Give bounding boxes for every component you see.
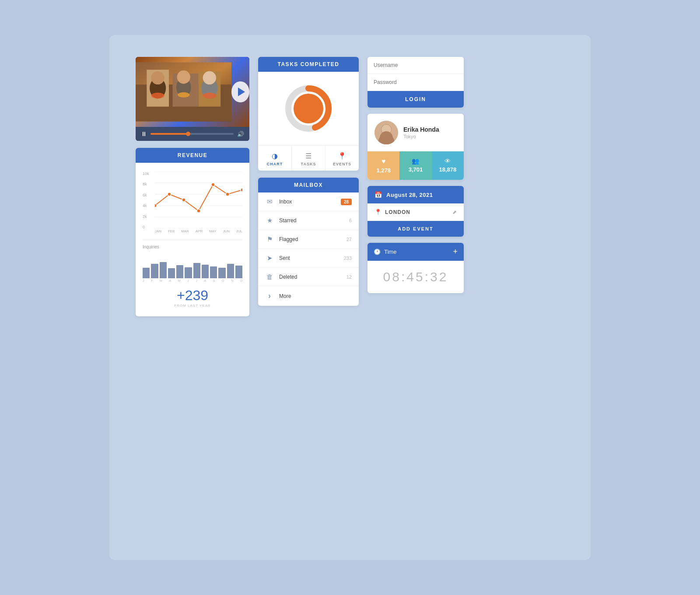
line-chart-svg-area [155, 172, 242, 228]
bar-item [176, 265, 183, 278]
progress-dot [186, 132, 190, 136]
bar-item [151, 264, 158, 278]
flagged-label: Flagged [279, 236, 341, 242]
tab-chart[interactable]: ◑ CHART [258, 146, 292, 171]
svg-point-33 [382, 125, 391, 134]
bar-item [227, 264, 234, 278]
username-input[interactable] [368, 57, 464, 74]
video-thumbnail [136, 57, 249, 127]
time-header: 🕐 Time + [368, 243, 464, 261]
starred-label: Starred [279, 217, 344, 224]
svg-point-13 [203, 93, 216, 99]
bar-chart-section: Inquiries [143, 240, 242, 282]
progress-fill [150, 133, 188, 135]
tasks-tab-bar: ◑ CHART ☰ TASKS 📍 EVENTS [258, 145, 359, 171]
sent-label: Sent [279, 255, 339, 261]
bar-item [160, 262, 167, 278]
tab-tasks[interactable]: ☰ TASKS [292, 146, 326, 171]
svg-point-8 [177, 70, 190, 84]
clock-icon: 🕐 [374, 248, 381, 255]
time-label: Time [384, 248, 396, 255]
revenue-sub-label: FROM LAST YEAR [143, 304, 242, 308]
location-icon: 📍 [374, 209, 382, 215]
inbox-icon: ✉ [265, 198, 274, 206]
flagged-icon: ⚑ [265, 235, 274, 243]
tasks-tab-icon: ☰ [305, 152, 312, 160]
location-edit-icon[interactable]: ⬈ [452, 209, 457, 215]
inbox-label: Inbox [279, 199, 336, 205]
volume-icon[interactable]: 🔊 [237, 131, 244, 137]
profile-name: Erika Honda [403, 126, 439, 133]
chart-tab-icon: ◑ [272, 152, 278, 160]
chart-tab-label: CHART [267, 162, 283, 166]
location-row: 📍 LONDON ⬈ [368, 203, 464, 221]
deleted-count: 12 [346, 274, 352, 280]
profile-info: Erika Honda Tokyo [403, 126, 439, 139]
mailbox-list: ✉ Inbox 28 ★ Starred 6 ⚑ Flagged 27 [258, 192, 359, 306]
video-controls: ⏸ 🔊 [136, 127, 249, 141]
time-display: 08:45:32 [368, 261, 464, 293]
bar-item [202, 265, 209, 278]
bar-chart [143, 252, 242, 278]
svg-point-22 [182, 198, 186, 202]
profile-stats: ♥ 1,278 👥 3,701 👁 18,878 [368, 151, 464, 180]
mailbox-item-sent[interactable]: ➤ Sent 233 [258, 249, 359, 268]
mailbox-header: MAILBOX [258, 178, 359, 192]
stat-views: 👁 18,878 [432, 151, 464, 180]
svg-point-20 [155, 204, 157, 207]
revenue-header: REVENUE [136, 148, 249, 163]
sent-icon: ➤ [265, 254, 274, 262]
donut-area: 70% [258, 72, 359, 145]
views-count: 18,878 [439, 166, 456, 173]
more-icon: › [265, 291, 274, 301]
x-axis-labels: JAN FEB MAR APR MAY JUN JUL [155, 229, 242, 233]
bar-item [235, 266, 242, 278]
video-player: ⏸ 🔊 [136, 57, 249, 141]
login-button[interactable]: LOGIN [368, 91, 464, 108]
avatar [374, 121, 398, 144]
tab-events[interactable]: 📍 EVENTS [326, 146, 359, 171]
inbox-badge: 28 [341, 199, 352, 205]
calendar-card: 📅 August 28, 2021 📍 LONDON ⬈ ADD EVENT [368, 186, 464, 237]
play-button[interactable] [231, 81, 249, 102]
mailbox-item-flagged[interactable]: ⚑ Flagged 27 [258, 230, 359, 249]
password-input[interactable] [368, 74, 464, 91]
time-header-left: 🕐 Time [374, 248, 396, 255]
revenue-body: 10k 8k 6k 4k 2k 0 [136, 163, 249, 316]
starred-count: 6 [349, 218, 352, 223]
mailbox-item-inbox[interactable]: ✉ Inbox 28 [258, 192, 359, 211]
svg-point-24 [211, 183, 215, 186]
column-3: LOGIN Erika Honda Tokyo [368, 57, 464, 293]
more-label: More [279, 293, 352, 299]
calendar-date: August 28, 2021 [386, 192, 433, 198]
bar-item [193, 263, 200, 278]
profile-top: Erika Honda Tokyo [368, 114, 464, 151]
svg-point-32 [378, 135, 394, 144]
column-2: TASKS COMPLETED 70% [258, 57, 359, 306]
profile-location: Tokyo [403, 134, 439, 139]
bar-item [143, 268, 150, 278]
login-card: LOGIN [368, 57, 464, 108]
bar-item [185, 267, 192, 278]
calendar-header: 📅 August 28, 2021 [368, 186, 464, 203]
line-chart: 10k 8k 6k 4k 2k 0 [143, 168, 242, 238]
calendar-icon: 📅 [374, 191, 382, 198]
svg-point-26 [241, 188, 242, 192]
mailbox-item-starred[interactable]: ★ Starred 6 [258, 211, 359, 230]
followers-count: 3,701 [409, 166, 423, 173]
followers-icon: 👥 [412, 158, 419, 164]
add-event-button[interactable]: ADD EVENT [368, 221, 464, 237]
pause-button[interactable]: ⏸ [141, 130, 147, 137]
location-name: LONDON [385, 209, 449, 215]
svg-point-12 [178, 92, 189, 98]
starred-icon: ★ [265, 217, 274, 224]
svg-point-25 [226, 192, 229, 196]
bar-item [218, 268, 225, 278]
deleted-label: Deleted [279, 274, 341, 280]
mailbox-item-more[interactable]: › More [258, 286, 359, 306]
progress-bar[interactable] [150, 133, 234, 135]
column-1: ⏸ 🔊 REVENUE 10k 8k 6k [136, 57, 249, 316]
mailbox-item-deleted[interactable]: 🗑 Deleted 12 [258, 268, 359, 286]
time-add-button[interactable]: + [453, 247, 458, 256]
main-container: ⏸ 🔊 REVENUE 10k 8k 6k [109, 35, 591, 560]
